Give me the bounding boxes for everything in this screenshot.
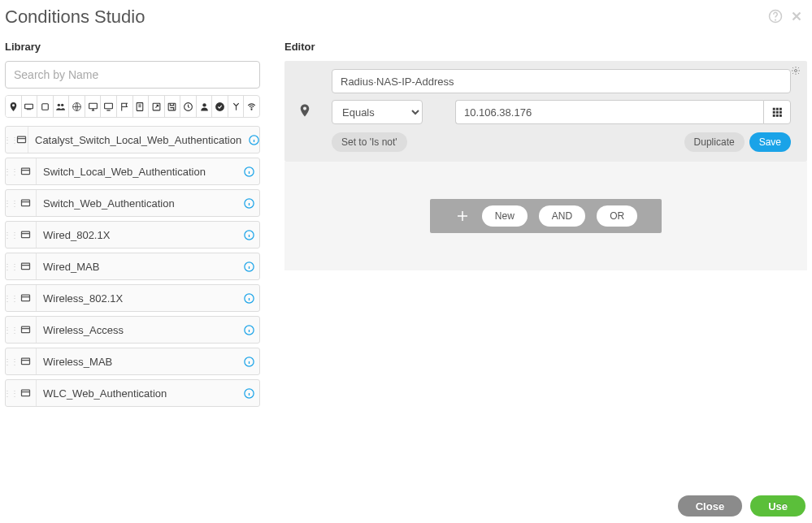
drag-handle-icon[interactable]: ⋮⋮ [6, 389, 15, 398]
info-icon[interactable] [238, 229, 259, 241]
library-item-label: Switch_Web_Authentication [37, 197, 238, 210]
library-panel: Library ⋮⋮Catalyst_Switch_Local_Web_Auth… [5, 34, 260, 407]
info-icon[interactable] [238, 292, 259, 305]
info-icon[interactable] [238, 166, 259, 178]
duplicate-button[interactable]: Duplicate [684, 132, 745, 152]
drag-handle-icon[interactable]: ⋮⋮ [6, 294, 15, 303]
condition-type-icon [15, 317, 37, 343]
library-item[interactable]: ⋮⋮Wireless_802.1X [5, 284, 260, 312]
help-icon[interactable] [768, 9, 783, 26]
library-item-label: Wired_802.1X [37, 229, 238, 241]
library-item[interactable]: ⋮⋮Wireless_Access [5, 316, 260, 344]
new-rule-button[interactable]: New [482, 205, 528, 227]
svg-point-1 [775, 19, 776, 20]
drag-handle-icon[interactable]: ⋮⋮ [6, 357, 15, 366]
and-button[interactable]: AND [539, 205, 585, 227]
header-actions [768, 9, 804, 26]
condition-type-icon [15, 127, 28, 153]
library-item-label: Switch_Local_Web_Authentication [37, 166, 238, 178]
svg-rect-20 [22, 200, 30, 206]
info-icon[interactable] [238, 387, 259, 400]
library-item[interactable]: ⋮⋮Switch_Web_Authentication [5, 189, 260, 217]
filter-location-icon[interactable] [6, 96, 22, 117]
editor-panel: Editor Radius·NAS-IP-Address Equals [284, 34, 807, 407]
svg-rect-40 [779, 111, 782, 114]
header: Conditions Studio [0, 0, 812, 34]
drag-handle-icon[interactable]: ⋮⋮ [6, 167, 15, 176]
add-rule-bar: New AND OR [430, 199, 662, 233]
drag-handle-icon[interactable]: ⋮⋮ [6, 136, 15, 145]
operator-select[interactable]: Equals [332, 100, 423, 124]
close-button[interactable]: Close [678, 495, 742, 517]
library-item-label: Wireless_MAB [37, 356, 238, 368]
filter-check-icon[interactable] [212, 96, 228, 117]
filter-flag-icon[interactable] [117, 96, 133, 117]
svg-rect-37 [779, 108, 782, 110]
page-title: Conditions Studio [5, 6, 145, 28]
filter-globe-icon[interactable] [69, 96, 85, 117]
svg-point-34 [795, 70, 797, 72]
info-icon[interactable] [238, 356, 259, 368]
drag-handle-icon[interactable]: ⋮⋮ [6, 262, 15, 271]
library-item[interactable]: ⋮⋮WLC_Web_Authentication [5, 379, 260, 407]
library-item[interactable]: ⋮⋮Wired_MAB [5, 253, 260, 280]
value-picker-button[interactable] [763, 100, 791, 124]
filter-port-icon[interactable] [37, 96, 54, 117]
library-item-label: Wireless_802.1X [37, 292, 238, 305]
library-item[interactable]: ⋮⋮Catalyst_Switch_Local_Web_Authenticati… [5, 126, 260, 153]
condition-type-icon [15, 158, 37, 184]
library-title: Library [5, 41, 260, 53]
library-item[interactable]: ⋮⋮Wireless_MAB [5, 348, 260, 375]
info-icon[interactable] [238, 197, 259, 210]
filter-save-icon[interactable] [165, 96, 181, 117]
svg-rect-30 [22, 358, 30, 365]
attribute-field[interactable]: Radius·NAS-IP-Address [332, 69, 791, 93]
svg-rect-2 [25, 104, 33, 108]
info-icon[interactable] [248, 134, 260, 146]
or-button[interactable]: OR [597, 205, 637, 227]
filter-antenna-icon[interactable] [228, 96, 245, 117]
drag-handle-icon[interactable]: ⋮⋮ [6, 326, 15, 335]
svg-point-15 [251, 109, 252, 110]
svg-rect-28 [22, 326, 30, 333]
svg-rect-7 [89, 103, 97, 109]
value-input[interactable] [455, 100, 763, 124]
info-icon[interactable] [238, 261, 259, 273]
filter-external-icon[interactable] [149, 96, 165, 117]
filter-monitor-icon[interactable] [101, 96, 117, 117]
filter-user-icon[interactable] [197, 96, 213, 117]
svg-rect-43 [779, 115, 782, 117]
library-item-label: Wired_MAB [37, 261, 238, 273]
condition-type-icon [15, 348, 37, 374]
library-item-label: WLC_Web_Authentication [37, 387, 238, 400]
filter-wifi-icon[interactable] [244, 96, 259, 117]
svg-rect-26 [22, 295, 30, 301]
drag-handle-icon[interactable]: ⋮⋮ [6, 199, 15, 208]
info-icon[interactable] [238, 324, 259, 336]
svg-rect-36 [776, 108, 779, 110]
filter-cert-icon[interactable] [133, 96, 150, 117]
save-button[interactable]: Save [749, 132, 791, 152]
filter-desktop-icon[interactable] [85, 96, 102, 117]
svg-rect-39 [776, 111, 779, 114]
search-input[interactable] [5, 61, 260, 89]
library-list: ⋮⋮Catalyst_Switch_Local_Web_Authenticati… [5, 126, 260, 407]
svg-rect-8 [105, 103, 113, 109]
condition-type-icon [15, 222, 37, 248]
filter-device-icon[interactable] [22, 96, 38, 117]
library-item[interactable]: ⋮⋮Switch_Local_Web_Authentication [5, 158, 260, 185]
svg-rect-11 [169, 103, 176, 110]
gear-icon[interactable] [791, 66, 801, 78]
svg-rect-3 [42, 103, 49, 110]
use-button[interactable]: Use [750, 495, 805, 517]
svg-rect-41 [773, 115, 775, 117]
drag-handle-icon[interactable]: ⋮⋮ [6, 231, 15, 240]
set-isnot-button[interactable]: Set to 'Is not' [332, 132, 407, 152]
condition-type-icon [284, 69, 325, 152]
filter-users-icon[interactable] [54, 96, 70, 117]
svg-rect-22 [22, 231, 30, 238]
close-icon[interactable] [789, 9, 804, 26]
filter-clock-icon[interactable] [180, 96, 197, 117]
rule-drop-zone: New AND OR [284, 162, 807, 270]
library-item[interactable]: ⋮⋮Wired_802.1X [5, 221, 260, 249]
